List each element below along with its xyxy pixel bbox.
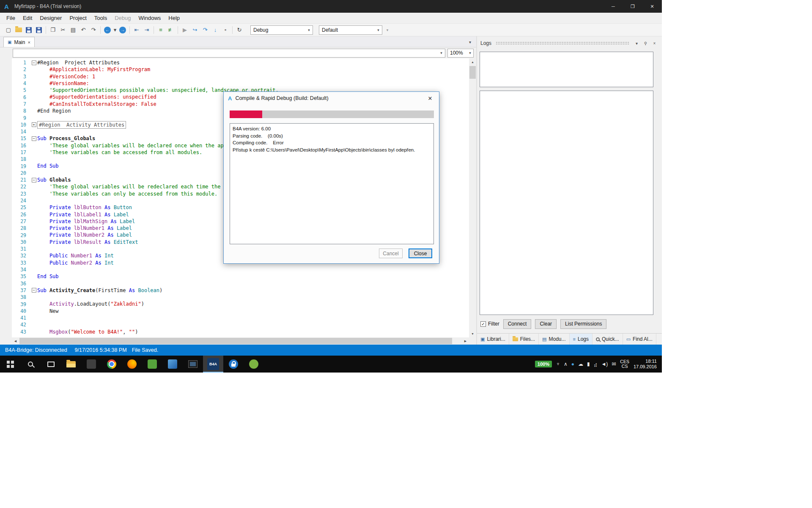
search-button[interactable] xyxy=(20,356,41,373)
vertical-scrollbar[interactable]: ▲ ▼ xyxy=(469,58,476,337)
network-icon[interactable]: ⣴ xyxy=(594,361,598,367)
close-panel-icon[interactable]: × xyxy=(651,41,658,46)
resume-icon[interactable]: ↪ xyxy=(190,25,200,35)
comment-icon[interactable]: ≡ xyxy=(156,25,166,35)
language-indicator[interactable]: CES CS xyxy=(620,359,629,369)
start-button[interactable] xyxy=(0,356,20,373)
new-file-icon[interactable]: ▢ xyxy=(3,25,14,35)
chevron-up-icon[interactable]: ∧ xyxy=(564,361,568,367)
file-explorer-icon[interactable] xyxy=(61,356,81,373)
volume-icon[interactable]: ◄) xyxy=(601,361,608,367)
indent-icon[interactable]: ⇥ xyxy=(142,25,152,35)
message-icon[interactable]: ✉ xyxy=(612,361,616,367)
undo-icon[interactable]: ↶ xyxy=(78,25,88,35)
dialog-close-button[interactable]: Close xyxy=(409,248,432,258)
code-line[interactable]: 4 #VersionName: xyxy=(12,80,469,87)
menu-designer[interactable]: Designer xyxy=(36,13,66,23)
menu-tools[interactable]: Tools xyxy=(91,13,111,23)
run-icon[interactable]: ▶ xyxy=(180,25,190,35)
fold-toggle[interactable]: − xyxy=(30,61,37,65)
code-line[interactable]: 43 Msgbox("Welcome to B4A!", "") xyxy=(12,329,469,335)
panel-tab-files[interactable]: Files... xyxy=(509,334,539,345)
code-line[interactable]: 41 xyxy=(12,315,469,321)
horizontal-scroll-thumb[interactable] xyxy=(19,338,452,344)
menu-file[interactable]: File xyxy=(3,13,19,23)
code-line[interactable]: 36 xyxy=(12,280,469,287)
scroll-down-icon[interactable]: ▼ xyxy=(469,330,476,337)
debug-mode-combo[interactable]: Debug ▾ xyxy=(250,25,313,35)
menu-edit[interactable]: Edit xyxy=(19,13,36,23)
task-view-button[interactable] xyxy=(41,356,61,373)
code-line[interactable]: 1−#Region Project Attributes xyxy=(12,59,469,66)
clean-project-icon[interactable]: ↻ xyxy=(234,25,244,35)
panel-tab-modules[interactable]: ▤Modu... xyxy=(539,334,569,345)
fold-toggle[interactable]: − xyxy=(30,288,37,293)
filter-checkbox[interactable]: ✓ xyxy=(480,321,486,327)
panel-tab-logs[interactable]: ≡Logs xyxy=(570,334,593,345)
redo-icon[interactable]: ↷ xyxy=(88,25,99,35)
panel-grip[interactable] xyxy=(496,41,629,45)
b4a-bridge-icon[interactable] xyxy=(142,356,162,373)
panel-tab-quick-search[interactable]: Quick... xyxy=(593,334,623,345)
maximize-button[interactable]: ❐ xyxy=(623,0,642,13)
usb-icon[interactable]: ♆ xyxy=(556,361,560,367)
code-line[interactable]: 2 #ApplicationLabel: MyFirstProgram xyxy=(12,66,469,73)
outdent-icon[interactable]: ⇤ xyxy=(132,25,142,35)
tab-list-chevron-icon[interactable]: ▾ xyxy=(469,40,471,44)
logs-output-box[interactable] xyxy=(480,91,653,315)
android-emulator-icon[interactable] xyxy=(244,356,264,373)
tab-close-icon[interactable]: × xyxy=(27,40,30,45)
toolbar-overflow-chevron[interactable]: ▾ xyxy=(385,25,390,35)
display-app-icon[interactable] xyxy=(183,356,203,373)
code-line[interactable]: 39 Activity.LoadLayout("Zakladni") xyxy=(12,301,469,307)
cut-icon[interactable]: ✂ xyxy=(58,25,68,35)
pinned-tool-icon[interactable] xyxy=(81,356,102,373)
dialog-close-icon[interactable]: ✕ xyxy=(425,95,435,102)
save-all-icon[interactable] xyxy=(34,25,44,35)
list-permissions-button[interactable]: List Permissions xyxy=(560,319,606,329)
code-line[interactable]: 3 #VersionCode: 1 xyxy=(12,73,469,80)
clear-button[interactable]: Clear xyxy=(535,319,557,329)
fold-toggle[interactable]: + xyxy=(30,122,37,127)
horizontal-scrollbar[interactable]: ◀ ▶ xyxy=(12,337,469,345)
code-line[interactable]: 35End Sub xyxy=(12,273,469,280)
back-icon[interactable]: ← xyxy=(102,25,112,35)
menu-windows[interactable]: Windows xyxy=(135,13,165,23)
scroll-right-icon[interactable]: ▶ xyxy=(462,337,469,345)
minimize-button[interactable]: ─ xyxy=(604,0,623,13)
blue-app-icon[interactable] xyxy=(162,356,183,373)
scroll-up-icon[interactable]: ▲ xyxy=(469,58,476,66)
chevron-down-icon[interactable]: ▾ xyxy=(634,41,640,46)
scroll-left-icon[interactable]: ◀ xyxy=(12,337,19,345)
tab-main[interactable]: ▣ Main × xyxy=(3,37,35,47)
zoom-combo[interactable]: 100% ▾ xyxy=(447,49,474,58)
fold-toggle[interactable]: − xyxy=(30,178,37,182)
onedrive-icon[interactable]: ☁ xyxy=(578,361,583,367)
cancel-button[interactable]: Cancel xyxy=(379,248,403,258)
member-navigation-combo[interactable]: ▾ xyxy=(13,49,445,58)
open-file-icon[interactable] xyxy=(14,25,24,35)
firefox-icon[interactable] xyxy=(122,356,142,373)
forward-icon[interactable]: → xyxy=(118,25,128,35)
menu-help[interactable]: Help xyxy=(165,13,184,23)
build-config-combo[interactable]: Default ▾ xyxy=(319,25,382,35)
pin-icon[interactable]: ⚲ xyxy=(642,41,649,46)
lock-app-icon[interactable] xyxy=(223,356,244,373)
battery-badge[interactable]: 100% xyxy=(535,361,552,367)
b4a-app-icon[interactable]: B4A xyxy=(203,356,223,373)
step-into-icon[interactable]: ↓ xyxy=(210,25,220,35)
code-line[interactable]: 40 New xyxy=(12,308,469,315)
back-history-chevron[interactable]: ▾ xyxy=(112,25,118,35)
code-line[interactable]: 38 xyxy=(12,294,469,301)
dialog-log[interactable]: B4A version: 6.00Parsing code. (0.00s)Co… xyxy=(230,123,434,244)
taskbar-clock[interactable]: 18:11 17.09.2016 xyxy=(634,359,657,370)
connect-button[interactable]: Connect xyxy=(503,319,532,329)
code-line[interactable]: 37−Sub Activity_Create(FirstTime As Bool… xyxy=(12,287,469,294)
logs-filter-box[interactable] xyxy=(480,52,653,87)
uncomment-icon[interactable]: ≢ xyxy=(166,25,176,35)
fold-toggle[interactable]: − xyxy=(30,136,37,141)
step-over-icon[interactable]: ↷ xyxy=(200,25,210,35)
battery-icon[interactable]: ▮ xyxy=(587,361,590,367)
vertical-scroll-thumb[interactable] xyxy=(469,66,476,79)
menu-debug[interactable]: Debug xyxy=(111,13,134,23)
